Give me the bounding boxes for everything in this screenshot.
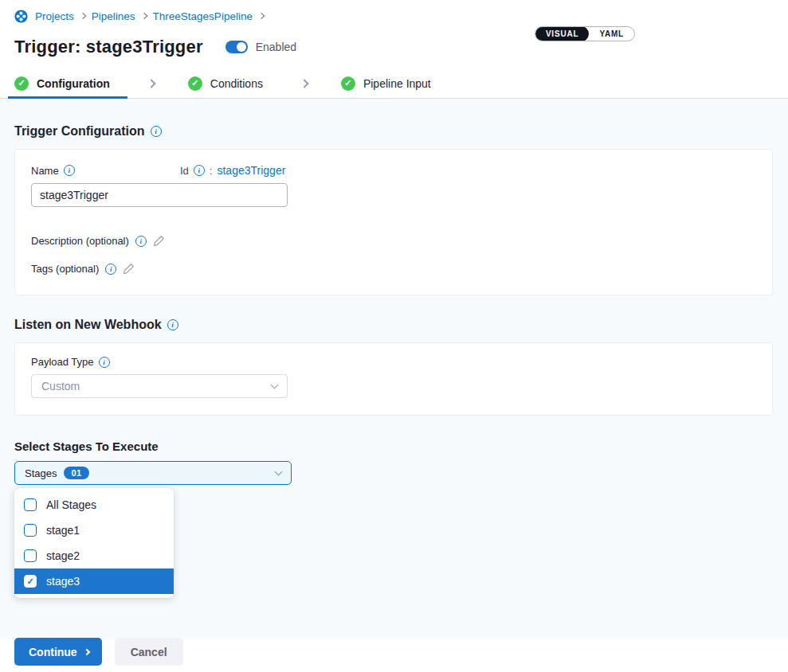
chevron-right-icon: [258, 13, 265, 19]
edit-pencil-icon[interactable]: [153, 235, 165, 247]
checkbox-unchecked[interactable]: [24, 524, 37, 537]
stages-count-badge: 01: [64, 467, 88, 479]
option-label: All Stages: [46, 498, 96, 511]
chevron-right-icon: [300, 79, 308, 88]
info-icon[interactable]: i: [105, 264, 116, 275]
payload-type-select[interactable]: Custom: [31, 374, 288, 398]
check-circle-icon: ✓: [341, 76, 355, 91]
trigger-configuration-card: Name i Id i : stage3Trigger Description …: [14, 149, 773, 295]
info-icon[interactable]: i: [64, 165, 75, 176]
info-icon[interactable]: i: [151, 126, 162, 137]
tab-configuration[interactable]: ✓ Configuration: [14, 68, 110, 98]
check-circle-icon: ✓: [14, 76, 29, 91]
label-text: Payload Type: [31, 356, 94, 368]
enabled-label: Enabled: [256, 41, 296, 53]
trigger-configuration-heading: Trigger Configuration i: [14, 99, 773, 139]
wizard-tabbar: ✓ Configuration ✓ Conditions ✓ Pipeline …: [0, 68, 788, 99]
chevron-right-icon: [140, 13, 147, 19]
payload-type-value: Custom: [41, 380, 80, 393]
option-label: stage3: [46, 575, 80, 588]
footer-actions: Continue Cancel: [14, 638, 183, 666]
chevron-right-icon: [83, 648, 89, 654]
visual-tab[interactable]: VISUAL: [535, 26, 589, 41]
info-icon[interactable]: i: [135, 236, 147, 247]
stages-option-stage2[interactable]: stage2: [14, 543, 174, 568]
checkbox-checked[interactable]: ✓: [24, 575, 37, 588]
stages-select-label: Stages: [25, 467, 57, 479]
chevron-down-icon: [275, 468, 283, 476]
tab-label: Configuration: [37, 77, 110, 90]
name-field-label: Name i: [31, 165, 180, 177]
tab-pipeline-input[interactable]: ✓ Pipeline Input: [341, 68, 431, 98]
webhook-heading: Listen on New Webhook i: [14, 318, 773, 332]
option-label: stage2: [46, 549, 80, 562]
chevron-right-icon: [80, 13, 86, 19]
payload-type-label: Payload Type i: [31, 356, 756, 368]
continue-label: Continue: [29, 646, 77, 658]
chevron-down-icon: [271, 381, 279, 389]
trigger-id-value[interactable]: stage3Trigger: [217, 164, 285, 177]
edit-pencil-icon[interactable]: [123, 263, 135, 275]
yaml-tab[interactable]: YAML: [589, 26, 634, 41]
toggle-knob: [237, 42, 246, 52]
name-input[interactable]: [31, 183, 288, 207]
visual-yaml-toggle: VISUAL YAML: [535, 26, 635, 41]
checkbox-unchecked[interactable]: [24, 549, 37, 562]
trigger-id-line: Id i : stage3Trigger: [180, 164, 285, 177]
stages-option-all-stages[interactable]: All Stages: [14, 492, 174, 518]
stages-option-stage3[interactable]: ✓ stage3: [14, 568, 174, 594]
checkbox-unchecked[interactable]: [24, 498, 37, 511]
info-icon[interactable]: i: [167, 319, 178, 330]
check-circle-icon: ✓: [188, 76, 202, 91]
projects-logo-icon: [14, 10, 28, 23]
stages-dropdown-menu: All Stages stage1 stage2 ✓ stage3: [14, 488, 174, 598]
tab-label: Pipeline Input: [363, 77, 431, 90]
id-label: Id: [180, 165, 189, 177]
page-title: Trigger: stage3Trigger: [14, 37, 203, 57]
label-text: Name: [31, 165, 59, 177]
id-separator: :: [210, 165, 213, 177]
cancel-button[interactable]: Cancel: [115, 638, 183, 666]
tags-field: Tags (optional) i: [31, 263, 756, 275]
tab-label: Conditions: [210, 77, 263, 90]
tags-label: Tags (optional): [31, 263, 99, 275]
info-icon[interactable]: i: [99, 357, 110, 368]
page-header: Projects Pipelines ThreeStagesPipeline T…: [0, 0, 788, 59]
continue-button[interactable]: Continue: [14, 638, 102, 666]
description-label: Description (optional): [31, 235, 129, 247]
option-label: stage1: [46, 524, 80, 537]
enabled-toggle[interactable]: [225, 41, 248, 53]
info-icon[interactable]: i: [194, 165, 205, 176]
select-stages-heading: Select Stages To Execute: [14, 440, 773, 453]
breadcrumb-pipeline-name[interactable]: ThreeStagesPipeline: [153, 10, 253, 22]
description-field: Description (optional) i: [31, 235, 756, 247]
heading-text: Trigger Configuration: [14, 124, 145, 139]
heading-text: Listen on New Webhook: [14, 318, 162, 332]
breadcrumb-pipelines[interactable]: Pipelines: [92, 10, 135, 22]
tab-conditions[interactable]: ✓ Conditions: [188, 68, 263, 98]
breadcrumb-projects[interactable]: Projects: [35, 10, 74, 22]
cancel-label: Cancel: [131, 646, 167, 658]
webhook-card: Payload Type i Custom: [14, 342, 773, 416]
breadcrumb: Projects Pipelines ThreeStagesPipeline: [14, 8, 774, 24]
stages-multiselect[interactable]: Stages 01: [14, 461, 292, 485]
main-content: Trigger Configuration i Name i Id i : st…: [0, 99, 788, 639]
stages-option-stage1[interactable]: stage1: [14, 518, 174, 543]
chevron-right-icon: [147, 79, 155, 88]
